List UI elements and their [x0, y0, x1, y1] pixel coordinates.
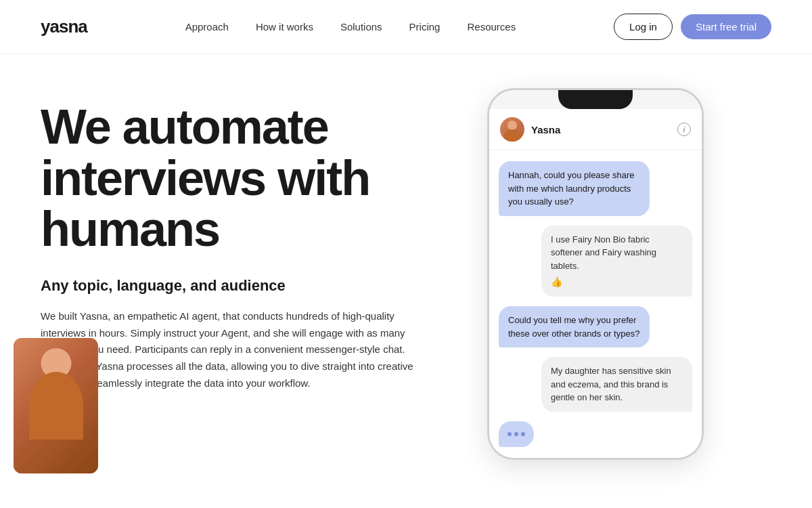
nav-item-solutions[interactable]: Solutions: [340, 21, 382, 33]
nav-actions: Log in Start free trial: [614, 14, 771, 40]
navbar: yasna Approach How it works Solutions Pr…: [0, 0, 812, 54]
hero-right: Yasna i Hannah, could you please share w…: [487, 88, 717, 460]
nav-links: Approach How it works Solutions Pricing …: [185, 21, 516, 33]
emoji: 👍: [551, 275, 683, 289]
chat-bubble-4: My daughter has sensitive skin and eczem…: [541, 357, 692, 412]
nav-item-resources[interactable]: Resources: [467, 21, 516, 33]
hero-section: We automate interviews with humans Any t…: [0, 54, 812, 460]
person-image: [14, 338, 98, 473]
chat-bubble-2: I use Fairy Non Bio fabric softener and …: [541, 226, 692, 297]
avatar: [500, 117, 524, 142]
phone-notch: [558, 90, 633, 109]
nav-item-pricing[interactable]: Pricing: [409, 21, 441, 33]
phone-header: Yasna i: [489, 109, 702, 150]
phone-chat: Hannah, could you please share with me w…: [489, 150, 702, 458]
typing-indicator: [499, 421, 534, 447]
info-icon[interactable]: i: [677, 123, 691, 136]
login-button[interactable]: Log in: [614, 14, 673, 40]
logo[interactable]: yasna: [41, 16, 87, 37]
phone-mockup: Yasna i Hannah, could you please share w…: [487, 88, 704, 460]
hero-subtitle: Any topic, language, and audience: [41, 277, 460, 295]
nav-item-approach[interactable]: Approach: [185, 21, 229, 33]
chat-bubble-3: Could you tell me why you prefer these o…: [499, 306, 650, 347]
nav-item-how-it-works[interactable]: How it works: [256, 21, 313, 33]
contact-name: Yasna: [531, 124, 677, 135]
hero-title: We automate interviews with humans: [41, 102, 460, 255]
person-avatar-overlay: [14, 338, 98, 473]
chat-bubble-1: Hannah, could you please share with me w…: [499, 161, 650, 216]
start-trial-button[interactable]: Start free trial: [681, 14, 771, 39]
hero-left: We automate interviews with humans Any t…: [41, 95, 460, 392]
